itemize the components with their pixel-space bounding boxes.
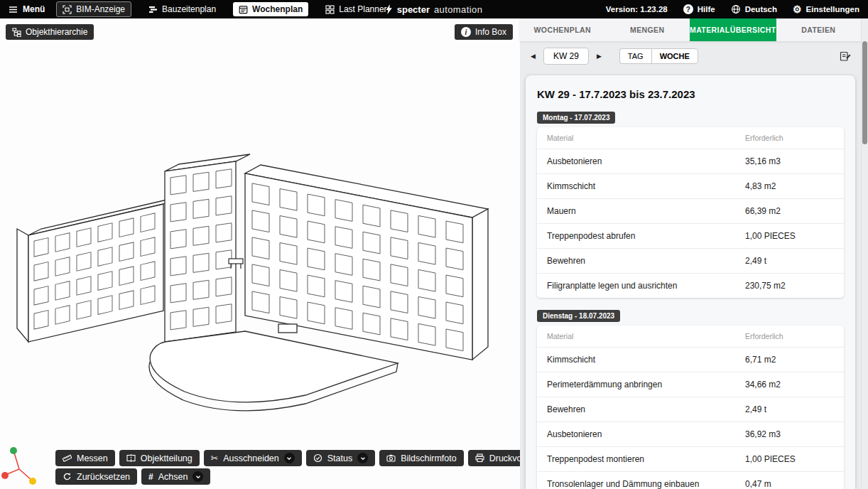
tab-dateien[interactable]: DATEIEN	[776, 18, 862, 41]
nav-label: Wochenplan	[252, 4, 303, 14]
material-row[interactable]: Kimmschicht6,71 m2	[537, 348, 844, 372]
settings-label: Einstellungen	[806, 5, 859, 14]
axes-dropdown[interactable]	[192, 471, 203, 482]
camera-icon	[386, 453, 396, 463]
material-column-header: Material	[547, 332, 745, 340]
printer-icon	[475, 453, 484, 463]
nav-label: Bauzeitenplan	[162, 4, 216, 14]
axes-button[interactable]: # Achsen	[141, 468, 210, 485]
material-required: 1,00 PIECES	[745, 231, 834, 241]
reset-icon	[63, 472, 72, 481]
material-row[interactable]: Kimmschicht4,83 m2	[537, 174, 844, 199]
settings-button[interactable]: ⚙ Einstellungen	[793, 4, 859, 14]
required-column-header: Erforderlich	[745, 332, 834, 340]
edit-plan-icon	[840, 50, 851, 62]
tab-wochenplan[interactable]: WOCHENPLAN	[520, 18, 605, 41]
material-name: Tronsolenlager und Dämmung einbauen	[547, 479, 745, 489]
required-column-header: Erforderlich	[745, 134, 834, 142]
material-table-header: MaterialErforderlich	[537, 127, 844, 149]
status-dropdown[interactable]	[357, 453, 368, 463]
brand-logo: specter automation	[386, 4, 483, 15]
material-row[interactable]: Bewehren2,49 t	[537, 397, 844, 422]
material-name: Treppenpodest abrufen	[547, 231, 745, 241]
viewport-toolbar-row2: Zurücksetzen # Achsen	[55, 468, 210, 485]
top-bar: Menü BIM-Anzeige Bauzeitenplan Wochenpla…	[0, 0, 868, 18]
axes-icon: #	[148, 472, 153, 482]
week-range-heading: KW 29 - 17.7.2023 bis 23.7.2023	[537, 88, 844, 100]
language-button[interactable]: Deutsch	[731, 4, 777, 14]
bim-model-canvas[interactable]	[0, 18, 520, 489]
material-required: 4,83 m2	[745, 181, 834, 191]
material-required: 35,16 m3	[745, 156, 834, 166]
tab-mengen[interactable]: MENGEN	[605, 18, 690, 41]
nav-last-planner[interactable]: Last Planner	[320, 2, 392, 16]
material-required: 6,71 m2	[745, 355, 834, 365]
scrollbar-thumb[interactable]	[862, 41, 867, 144]
material-required: 1,00 PIECES	[745, 454, 834, 464]
material-name: Kimmschicht	[547, 181, 745, 191]
material-row[interactable]: Treppenpodest montieren1,00 PIECES	[537, 447, 844, 472]
material-name: Mauern	[547, 206, 745, 216]
material-table-header: MaterialErforderlich	[537, 326, 844, 348]
cut-dropdown[interactable]	[284, 453, 295, 463]
status-check-icon	[313, 453, 322, 463]
material-row[interactable]: Mauern66,39 m2	[537, 199, 844, 224]
material-required: 230,75 m2	[745, 281, 834, 291]
nav-wochenplan[interactable]: Wochenplan	[233, 2, 308, 16]
day-toggle-button[interactable]: TAG	[619, 48, 651, 64]
info-box-button[interactable]: i Info Box	[455, 24, 513, 40]
info-icon: i	[461, 27, 471, 37]
help-button[interactable]: ? Hilfe	[683, 4, 715, 14]
gantt-icon	[148, 5, 158, 14]
screenshot-button[interactable]: Bildschirmfoto	[379, 450, 464, 466]
material-name: Ausbetonieren	[547, 156, 745, 166]
material-row[interactable]: Ausbetonieren35,16 m3	[537, 149, 844, 174]
ruler-icon	[63, 453, 72, 463]
panel-scrollbar[interactable]	[861, 18, 868, 489]
bim-view-icon	[63, 5, 72, 14]
menu-button[interactable]: Menü	[9, 4, 45, 14]
material-required: 34,66 m2	[745, 380, 834, 389]
previous-week-button[interactable]: ◀	[528, 51, 538, 61]
material-row[interactable]: Filigranplatte legen und ausrichten230,7…	[537, 274, 844, 298]
material-overview-card: KW 29 - 17.7.2023 bis 23.7.2023 Montag -…	[526, 75, 855, 489]
language-label: Deutsch	[745, 5, 777, 14]
material-name: Bewehren	[547, 256, 745, 266]
version-label: Version: 1.23.28	[606, 5, 668, 14]
measure-button[interactable]: Messen	[55, 450, 115, 466]
tab-materialuebersicht[interactable]: MATERIALÜBERSICHT	[690, 18, 776, 41]
print-preview-label: Druckvorschau	[489, 453, 520, 463]
menu-label: Menü	[23, 4, 45, 14]
material-row[interactable]: Bewehren2,49 t	[537, 249, 844, 274]
material-row[interactable]: Treppenpodest abrufen1,00 PIECES	[537, 224, 844, 249]
week-navigation: ◀ KW 29 ▶ TAG WOCHE	[520, 41, 861, 70]
week-selector-button[interactable]: KW 29	[543, 48, 589, 65]
reset-button[interactable]: Zurücksetzen	[55, 468, 137, 485]
next-week-button[interactable]: ▶	[595, 51, 604, 61]
material-days: Montag - 17.07.2023MaterialErforderlichA…	[537, 110, 844, 489]
week-toggle-button[interactable]: WOCHE	[651, 48, 698, 64]
edit-plan-button[interactable]	[838, 49, 852, 63]
material-required: 36,92 m3	[745, 429, 834, 439]
material-row[interactable]: Ausbetonieren36,92 m3	[537, 422, 844, 447]
day-badge: Montag - 17.07.2023	[537, 112, 615, 124]
hamburger-icon	[9, 5, 18, 14]
material-name: Filigranplatte legen und ausrichten	[547, 281, 745, 291]
nav-label: BIM-Anzeige	[76, 4, 125, 14]
material-required: 66,39 m2	[745, 206, 834, 216]
nav-bim-anzeige[interactable]: BIM-Anzeige	[56, 1, 131, 17]
info-box-label: Info Box	[475, 27, 506, 37]
material-name: Kimmschicht	[547, 355, 745, 365]
nav-label: Last Planner	[339, 4, 386, 14]
status-button[interactable]: Status	[306, 450, 375, 466]
object-hierarchy-button[interactable]: Objekthierarchie	[6, 24, 94, 40]
day-section: Montag - 17.07.2023MaterialErforderlichA…	[537, 110, 844, 298]
object-split-button[interactable]: Objektteilung	[119, 450, 200, 466]
cut-button[interactable]: ✂ Ausschneiden	[204, 450, 302, 466]
material-row[interactable]: Tronsolenlager und Dämmung einbauen0,47 …	[537, 472, 844, 489]
nav-bauzeitenplan[interactable]: Bauzeitenplan	[143, 2, 222, 16]
orientation-gizmo[interactable]	[0, 444, 44, 488]
material-row[interactable]: Perimeterdämmung anbringen34,66 m2	[537, 372, 844, 397]
material-required: 2,49 t	[745, 404, 834, 414]
print-preview-button[interactable]: Druckvorschau	[468, 450, 520, 466]
